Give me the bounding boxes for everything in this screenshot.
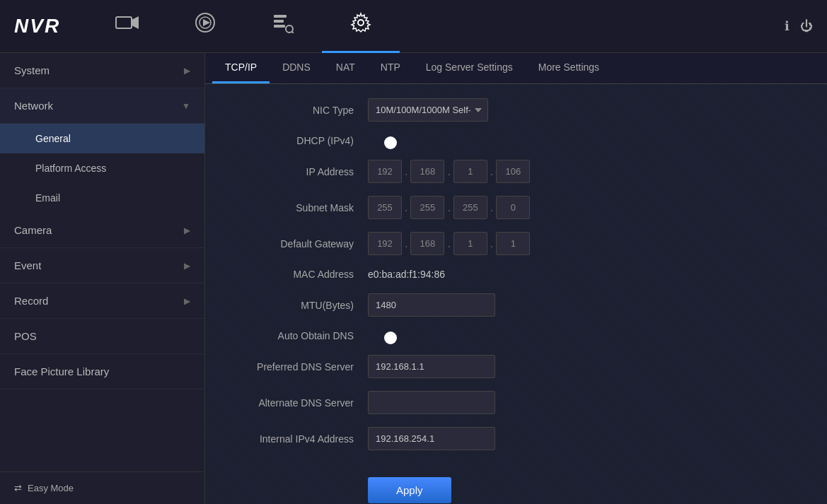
tab-tcpip[interactable]: TCP/IP	[212, 53, 270, 83]
gateway-octet-2[interactable]	[410, 232, 444, 255]
nic-type-select[interactable]: 10M/100M/1000M Self-adap 10M/100M Self-a…	[368, 98, 488, 122]
sidebar-arrow-system: ▶	[184, 66, 190, 76]
sidebar: System ▶ Network ▼ General Platform Acce…	[0, 53, 205, 504]
gateway-octet-1[interactable]	[368, 232, 402, 255]
sidebar-item-pos-label: POS	[14, 330, 37, 342]
apply-button[interactable]: Apply	[368, 477, 451, 503]
sidebar-sub-item-platform-label: Platform Access	[35, 163, 106, 174]
form-row-subnet-mask: Subnet Mask . . .	[226, 196, 806, 219]
tab-ddns-label: DDNS	[282, 61, 311, 73]
subnet-octet-1[interactable]	[368, 196, 402, 219]
alternate-dns-control	[368, 391, 495, 414]
tab-ddns[interactable]: DDNS	[270, 53, 323, 83]
internal-ipv4-label: Internal IPv4 Address	[226, 433, 368, 445]
form-row-dhcp: DHCP (IPv4)	[226, 134, 806, 147]
preferred-dns-input[interactable]	[368, 355, 495, 378]
top-nav-item-settings[interactable]	[322, 0, 400, 53]
gateway-group: . . .	[368, 232, 495, 255]
form-row-mtu: MTU(Bytes)	[226, 293, 806, 317]
sidebar-item-event[interactable]: Event ▶	[0, 248, 204, 283]
ip-dot-2: .	[447, 165, 450, 178]
camera-icon	[115, 13, 139, 37]
tab-ntp-label: NTP	[381, 61, 400, 73]
tab-more-settings-label: More Settings	[538, 61, 599, 73]
sidebar-sub-item-email[interactable]: Email	[0, 183, 204, 213]
app-logo: NVR	[14, 15, 60, 37]
subnet-octet-4[interactable]	[496, 196, 530, 219]
sidebar-item-pos[interactable]: POS	[0, 319, 204, 354]
settings-icon	[350, 12, 371, 37]
tab-log-server[interactable]: Log Server Settings	[413, 53, 526, 83]
form-row-alternate-dns: Alternate DNS Server	[226, 391, 806, 414]
sidebar-item-face-picture-library[interactable]: Face Picture Library	[0, 354, 204, 389]
info-icon[interactable]: ℹ	[785, 18, 790, 34]
main-area: System ▶ Network ▼ General Platform Acce…	[0, 53, 827, 504]
subnet-dot-2: .	[447, 201, 450, 214]
svg-point-9	[358, 20, 364, 25]
sidebar-item-network-label: Network	[14, 100, 53, 112]
form-row-default-gateway: Default Gateway . . .	[226, 232, 806, 255]
preferred-dns-label: Preferred DNS Server	[226, 361, 368, 373]
top-nav-item-camera[interactable]	[88, 0, 166, 53]
gateway-octet-3[interactable]	[453, 232, 487, 255]
svg-marker-1	[132, 16, 139, 29]
ip-dot-1: .	[405, 165, 407, 178]
mac-address-label: MAC Address	[226, 269, 368, 280]
svg-rect-5	[274, 20, 284, 23]
subnet-octet-2[interactable]	[410, 196, 444, 219]
sidebar-arrow-record: ▶	[184, 296, 190, 306]
form-area: NIC Type 10M/100M/1000M Self-adap 10M/10…	[205, 84, 827, 504]
alternate-dns-input[interactable]	[368, 391, 495, 414]
content-area: TCP/IP DDNS NAT NTP Log Server Settings …	[205, 53, 827, 504]
svg-rect-0	[116, 17, 132, 28]
sidebar-sub-item-general[interactable]: General	[0, 124, 204, 153]
alternate-dns-label: Alternate DNS Server	[226, 397, 368, 409]
sidebar-items: System ▶ Network ▼ General Platform Acce…	[0, 53, 204, 471]
tab-log-server-label: Log Server Settings	[426, 61, 513, 73]
tab-ntp[interactable]: NTP	[368, 53, 413, 83]
sidebar-sub-item-platform-access[interactable]: Platform Access	[0, 153, 204, 183]
sidebar-arrow-network: ▼	[182, 101, 190, 111]
tab-tcpip-label: TCP/IP	[225, 61, 257, 73]
form-row-mac-address: MAC Address e0:ba:ad:f1:94:86	[226, 268, 806, 281]
top-nav-item-search[interactable]	[244, 0, 322, 53]
ip-octet-3[interactable]	[453, 160, 487, 183]
dhcp-control	[368, 134, 495, 147]
preferred-dns-control	[368, 355, 495, 378]
internal-ipv4-control	[368, 427, 495, 450]
sidebar-item-network[interactable]: Network ▼	[0, 88, 204, 124]
sidebar-item-system[interactable]: System ▶	[0, 53, 204, 88]
gateway-dot-2: .	[447, 238, 450, 250]
top-nav	[88, 0, 785, 53]
subnet-dot-3: .	[490, 201, 493, 214]
gateway-octet-4[interactable]	[496, 232, 530, 255]
tab-bar: TCP/IP DDNS NAT NTP Log Server Settings …	[205, 53, 827, 84]
sidebar-item-record[interactable]: Record ▶	[0, 283, 204, 319]
internal-ipv4-input[interactable]	[368, 427, 495, 450]
subnet-mask-label: Subnet Mask	[226, 202, 368, 213]
sidebar-item-system-label: System	[14, 64, 50, 76]
easy-mode-icon: ⇄	[14, 483, 22, 493]
ip-octet-2[interactable]	[410, 160, 444, 183]
ip-octet-4[interactable]	[496, 160, 530, 183]
sidebar-item-camera[interactable]: Camera ▶	[0, 213, 204, 248]
top-nav-item-playback[interactable]	[166, 0, 244, 53]
power-icon[interactable]: ⏻	[800, 19, 813, 34]
nic-type-control: 10M/100M/1000M Self-adap 10M/100M Self-a…	[368, 98, 495, 122]
gateway-dot-1: .	[405, 238, 407, 250]
subnet-octet-3[interactable]	[453, 196, 487, 219]
sidebar-item-event-label: Event	[14, 259, 41, 271]
top-bar-right: ℹ ⏻	[785, 18, 813, 34]
app-container: NVR	[0, 0, 827, 504]
sidebar-footer[interactable]: ⇄ Easy Mode	[0, 471, 204, 504]
ip-octet-1[interactable]	[368, 160, 402, 183]
default-gateway-label: Default Gateway	[226, 238, 368, 250]
svg-rect-4	[274, 15, 287, 18]
mtu-input[interactable]	[368, 293, 495, 317]
ip-address-control: . . .	[368, 160, 495, 183]
svg-point-7	[286, 25, 293, 33]
tab-more-settings[interactable]: More Settings	[526, 53, 612, 83]
tab-nat[interactable]: NAT	[323, 53, 368, 83]
form-row-apply: Apply	[226, 463, 806, 503]
gateway-dot-3: .	[490, 238, 493, 250]
